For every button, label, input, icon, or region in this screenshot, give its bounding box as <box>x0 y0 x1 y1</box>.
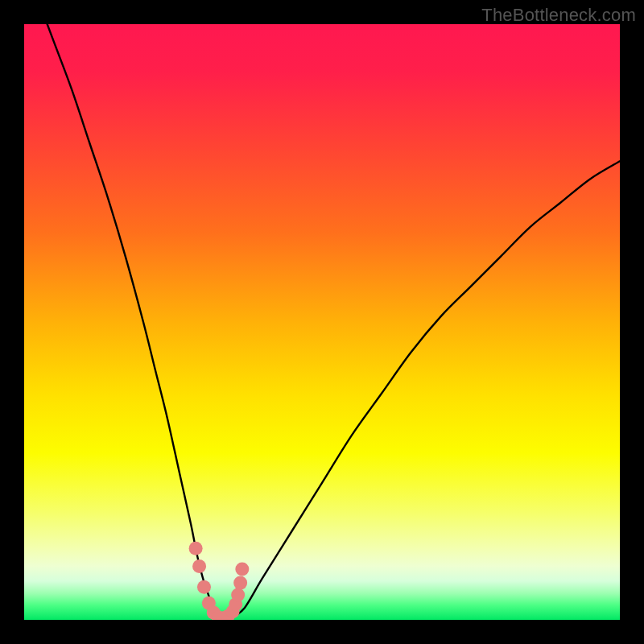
curve-markers <box>189 542 250 620</box>
curve-marker-dot <box>189 542 203 555</box>
curve-marker-dot <box>233 576 247 590</box>
curve-marker-dot <box>197 580 211 594</box>
curve-marker-dot <box>192 559 206 573</box>
curve-marker-dot <box>235 563 249 576</box>
watermark-text: TheBottleneck.com <box>481 5 636 26</box>
chart-frame: TheBottleneck.com <box>0 0 644 644</box>
curve-marker-dot <box>231 588 245 601</box>
bottleneck-curve <box>24 24 620 620</box>
plot-area <box>24 24 620 620</box>
